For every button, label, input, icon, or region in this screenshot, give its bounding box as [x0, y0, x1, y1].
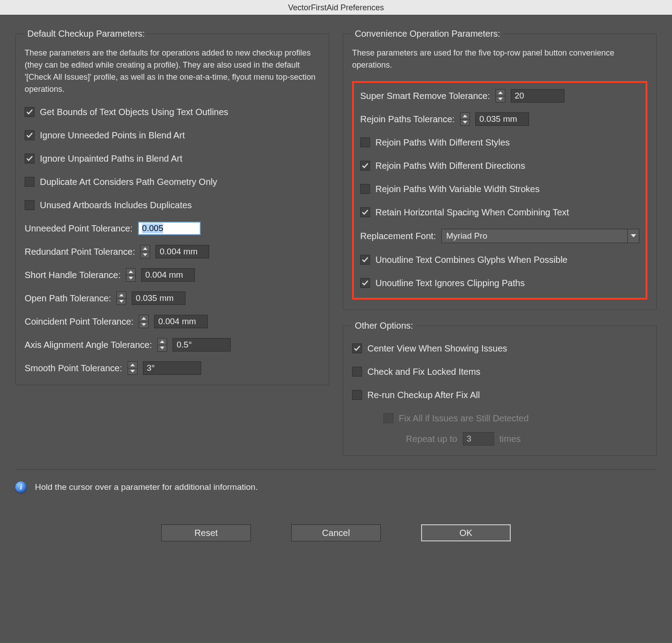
- checkbox-var-width[interactable]: [360, 184, 370, 194]
- stepper-smooth-tol[interactable]: [128, 361, 138, 375]
- stepper-down-icon[interactable]: [460, 120, 470, 126]
- checkbox-retain-spacing[interactable]: [360, 207, 370, 217]
- ok-button[interactable]: OK: [421, 524, 511, 541]
- label-unoutline-combine: Unoutline Text Combines Glyphs When Poss…: [375, 255, 568, 265]
- label-ignore-points: Ignore Unneeded Points in Blend Art: [40, 130, 185, 141]
- label-rerun: Re-run Checkup After Fix All: [367, 390, 480, 400]
- label-retain-spacing: Retain Horizontal Spacing When Combining…: [375, 207, 569, 218]
- input-axis-tol[interactable]: 0.5°: [172, 338, 231, 352]
- stepper-up-icon[interactable]: [128, 361, 138, 369]
- label-axis-tol: Axis Alignment Angle Tolerance:: [25, 340, 152, 350]
- stepper-up-icon[interactable]: [460, 112, 470, 120]
- stepper-coincident-tol[interactable]: [139, 315, 149, 328]
- other-options-fieldset: Other Options: Center View When Showing …: [343, 321, 657, 456]
- default-checkup-fieldset: Default Checkup Parameters: These parame…: [15, 29, 329, 385]
- checkbox-dup-geometry[interactable]: [25, 177, 34, 187]
- select-value: Myriad Pro: [442, 231, 627, 241]
- label-rejoin-tol: Rejoin Paths Tolerance:: [360, 114, 455, 124]
- input-redundant-tol[interactable]: 0.004 mm: [155, 245, 209, 258]
- checkbox-unused-artboards[interactable]: [25, 200, 34, 210]
- info-icon: i: [15, 481, 27, 493]
- stepper-rejoin-tol[interactable]: [460, 112, 470, 126]
- cancel-button[interactable]: Cancel: [291, 524, 381, 541]
- input-coincident-tol[interactable]: 0.004 mm: [154, 315, 208, 328]
- other-options-legend: Other Options:: [352, 321, 416, 331]
- label-redundant-tol: Redundant Point Tolerance:: [25, 247, 135, 257]
- convenience-desc: These parameters are used for the five t…: [352, 47, 647, 71]
- stepper-up-icon[interactable]: [116, 291, 126, 299]
- stepper-up-icon[interactable]: [139, 315, 149, 322]
- stepper-shorthandle-tol[interactable]: [126, 268, 136, 282]
- checkbox-locked-items[interactable]: [352, 367, 362, 377]
- checkbox-center-view[interactable]: [352, 343, 362, 353]
- input-unneeded-tol[interactable]: 0.005: [138, 222, 201, 235]
- checkbox-unoutline-combine[interactable]: [360, 255, 370, 265]
- stepper-up-icon[interactable]: [126, 268, 136, 275]
- label-bounds-text: Get Bounds of Text Objects Using Text Ou…: [40, 107, 228, 117]
- input-rejoin-tol[interactable]: 0.035 mm: [475, 112, 529, 126]
- label-ignore-unpainted: Ignore Unpainted Paths in Blend Art: [40, 154, 182, 164]
- window-title: VectorFirstAid Preferences: [0, 0, 672, 15]
- checkbox-rerun[interactable]: [352, 390, 362, 400]
- label-unused-artboards: Unused Artboards Includes Duplicates: [40, 200, 192, 210]
- stepper-down-icon[interactable]: [139, 322, 149, 329]
- select-replacement-font[interactable]: Myriad Pro: [441, 229, 639, 243]
- checkbox-fixall: [383, 413, 393, 423]
- stepper-axis-tol[interactable]: [157, 338, 167, 352]
- label-unneeded-tol: Unneeded Point Tolerance:: [25, 223, 133, 234]
- default-checkup-legend: Default Checkup Parameters:: [25, 29, 147, 39]
- label-repeat-suffix: times: [500, 434, 521, 444]
- highlight-box: Super Smart Remove Tolerance: 20 Rejoin …: [352, 81, 647, 300]
- info-text: Hold the cursor over a parameter for add…: [35, 482, 258, 492]
- label-shorthandle-tol: Short Handle Tolerance:: [25, 270, 121, 280]
- checkbox-diff-dirs[interactable]: [360, 161, 370, 171]
- stepper-ssr-tol[interactable]: [495, 89, 505, 103]
- checkbox-ignore-unpainted[interactable]: [25, 154, 34, 163]
- stepper-redundant-tol[interactable]: [140, 245, 150, 258]
- input-openpath-tol[interactable]: 0.035 mm: [132, 291, 185, 305]
- checkbox-ignore-points[interactable]: [25, 130, 34, 140]
- stepper-down-icon[interactable]: [126, 275, 136, 282]
- label-diff-styles: Rejoin Paths With Different Styles: [375, 137, 510, 148]
- stepper-down-icon[interactable]: [128, 369, 138, 375]
- chevron-down-icon[interactable]: [627, 229, 639, 243]
- checkbox-bounds-text[interactable]: [25, 107, 34, 117]
- label-coincident-tol: Coincident Point Tolerance:: [25, 317, 134, 327]
- convenience-fieldset: Convenience Operation Parameters: These …: [343, 29, 657, 310]
- label-unoutline-clip: Unoutline Text Ignores Clipping Paths: [375, 278, 525, 288]
- label-var-width: Rejoin Paths With Variable Width Strokes: [375, 184, 539, 194]
- label-smooth-tol: Smooth Point Tolerance:: [25, 363, 122, 373]
- label-locked-items: Check and Fix Locked Items: [367, 367, 480, 377]
- label-diff-dirs: Rejoin Paths With Different Directions: [375, 161, 525, 171]
- stepper-down-icon[interactable]: [140, 252, 150, 259]
- stepper-down-icon[interactable]: [157, 345, 167, 352]
- stepper-up-icon[interactable]: [140, 245, 150, 252]
- label-fixall: Fix All if Issues are Still Detected: [399, 413, 529, 424]
- default-checkup-desc: These parameters are the defaults for op…: [25, 47, 320, 95]
- stepper-up-icon[interactable]: [157, 338, 167, 345]
- input-shorthandle-tol[interactable]: 0.004 mm: [141, 268, 195, 282]
- label-replacement-font: Replacement Font:: [360, 231, 436, 241]
- checkbox-diff-styles[interactable]: [360, 137, 370, 147]
- checkbox-unoutline-clip[interactable]: [360, 278, 370, 288]
- stepper-up-icon[interactable]: [495, 89, 505, 96]
- input-smooth-tol[interactable]: 3°: [143, 361, 201, 375]
- stepper-down-icon[interactable]: [116, 299, 126, 305]
- label-repeat: Repeat up to: [406, 434, 457, 444]
- label-openpath-tol: Open Path Tolerance:: [25, 293, 111, 304]
- input-ssr-tol[interactable]: 20: [511, 89, 564, 103]
- convenience-legend: Convenience Operation Parameters:: [352, 29, 503, 39]
- label-center-view: Center View When Showing Issues: [367, 343, 507, 354]
- stepper-down-icon[interactable]: [495, 96, 505, 103]
- input-repeat-times: 3: [463, 432, 494, 446]
- reset-button[interactable]: Reset: [161, 524, 251, 541]
- stepper-openpath-tol[interactable]: [116, 291, 126, 305]
- label-ssr-tol: Super Smart Remove Tolerance:: [360, 91, 490, 101]
- label-dup-geometry: Duplicate Art Considers Path Geometry On…: [40, 177, 217, 187]
